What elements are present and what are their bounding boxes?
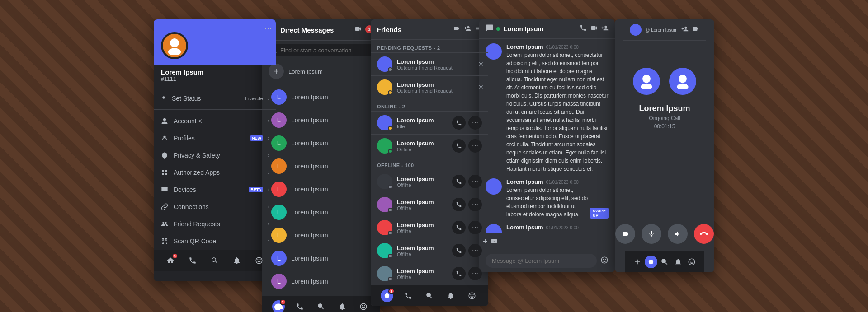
bell-bottom-icon[interactable]	[230, 254, 244, 267]
profiles-menu-item[interactable]: Profiles NEW ›	[154, 130, 276, 147]
add-friend-icon[interactable]	[464, 25, 471, 34]
list-item[interactable]: L Lorem Ipsum	[265, 86, 377, 108]
list-item[interactable]: Lorem Ipsum Online ⋯	[371, 134, 488, 157]
scan-qr-menu-item[interactable]: Scan QR Code ›	[154, 233, 276, 250]
camera-toggle-button[interactable]	[615, 224, 635, 244]
friend-actions: ⋯	[452, 198, 482, 211]
friend-avatar	[377, 79, 392, 95]
home-bottom-icon[interactable]: 3	[164, 254, 177, 267]
authorized-apps-menu-item[interactable]: Authorized Apps ›	[154, 164, 276, 181]
call-panel-add-icon[interactable]	[631, 255, 644, 269]
chat-input[interactable]	[486, 254, 597, 268]
list-item[interactable]: Lorem Ipsum Offline ⋯	[371, 216, 488, 239]
call-icon[interactable]	[580, 24, 587, 33]
list-item[interactable]: L Lorem Ipsum	[265, 178, 377, 200]
dm-phone-icon[interactable]	[293, 300, 307, 312]
mic-toggle-button[interactable]	[642, 224, 661, 244]
more-friend-options-button[interactable]: ⋯	[468, 198, 482, 211]
more-friend-options-button[interactable]: ⋯	[468, 267, 482, 280]
video-call-icon[interactable]	[453, 25, 460, 34]
end-call-button[interactable]	[694, 224, 714, 244]
dm-search-area	[262, 41, 380, 60]
call-friend-button[interactable]	[452, 221, 466, 234]
more-friend-options-button[interactable]: ⋯	[468, 244, 482, 257]
friends-title: Friends	[377, 26, 401, 33]
account-menu-item[interactable]: Account < ›	[154, 112, 276, 130]
speaker-toggle-button[interactable]	[668, 224, 688, 244]
svg-text:GIF: GIF	[492, 240, 495, 242]
list-item[interactable]: Lorem Ipsum Offline ⋯	[371, 239, 488, 262]
close-pending-icon[interactable]: ✕	[478, 61, 484, 68]
close-pending-icon[interactable]: ✕	[478, 84, 484, 91]
list-item[interactable]: Lorem Ipsum Outgoing Friend Request ✕	[371, 52, 488, 75]
search-box[interactable]	[268, 44, 374, 56]
call-panel-bell-icon[interactable]	[671, 255, 685, 269]
list-item[interactable]: L Lorem Ipsum	[265, 201, 377, 224]
friends-phone-icon[interactable]	[401, 289, 415, 303]
friend-avatar	[377, 174, 392, 189]
new-dm-button[interactable]: + Lorem Ipsum	[262, 60, 380, 83]
more-friend-options-button[interactable]: ⋯	[468, 116, 482, 130]
call-friend-button[interactable]	[452, 116, 466, 130]
list-item[interactable]: L Lorem Ipsum	[265, 132, 377, 154]
friends-search-icon[interactable]	[423, 289, 436, 303]
call-friend-button[interactable]	[452, 267, 466, 280]
list-item[interactable]: Lorem Ipsum Offline ⋯	[371, 262, 488, 285]
friends-notif-badge: 3	[388, 288, 395, 294]
gif-button[interactable]: GIF	[491, 237, 498, 247]
list-item[interactable]: Lorem Ipsum Offline ⋯	[371, 193, 488, 216]
friends-bell-icon[interactable]	[444, 289, 458, 303]
devices-beta-badge: BETA	[249, 187, 263, 192]
call-friend-button[interactable]	[452, 198, 466, 211]
more-friend-options-button[interactable]: ⋯	[468, 221, 482, 234]
user-avatar-wrapper	[161, 32, 188, 59]
phone-bottom-icon[interactable]	[186, 254, 199, 267]
friend-status-text: Offline	[397, 275, 448, 280]
call-panel-avatar	[630, 24, 642, 36]
call-friend-button[interactable]	[452, 139, 466, 153]
list-item[interactable]: L Lorem Ipsum	[265, 109, 377, 131]
friend-requests-menu-item[interactable]: Friend Requests ›	[154, 215, 276, 233]
call-panel-search-icon[interactable]	[658, 255, 671, 269]
video-icon[interactable]	[590, 24, 598, 33]
add-user-icon[interactable]	[601, 24, 609, 33]
dm-home-icon[interactable]: 3	[272, 300, 285, 312]
friends-emoji-icon[interactable]	[465, 289, 479, 303]
call-friend-button[interactable]	[452, 244, 466, 257]
friend-info: Lorem Ipsum Offline	[397, 176, 448, 188]
list-item[interactable]: L Lorem Ipsum	[265, 224, 377, 247]
list-item[interactable]: L Lorem Ipsum	[265, 155, 377, 177]
video-icon[interactable]	[354, 25, 362, 34]
friend-status-text: Online	[397, 147, 448, 152]
devices-menu-item[interactable]: Devices BETA ›	[154, 181, 276, 198]
status-chevron-icon: ›	[268, 95, 269, 102]
call-panel-discord-icon[interactable]	[644, 255, 658, 269]
set-status-item[interactable]: Set Status Invisible ›	[154, 90, 276, 107]
list-item[interactable]: L Lorem Ipsum	[265, 247, 377, 270]
list-item[interactable]: L Lorem Ipsum	[265, 270, 377, 293]
search-input[interactable]	[280, 47, 371, 54]
privacy-safety-menu-item[interactable]: Privacy & Safety ›	[154, 147, 276, 164]
friends-home-icon[interactable]: 3	[380, 289, 394, 303]
list-item[interactable]: Lorem Ipsum Offline ⋯	[371, 170, 488, 193]
search-bottom-icon[interactable]	[208, 254, 222, 267]
message-time: 01/01/2023 0:00	[546, 45, 579, 50]
friend-name: Lorem Ipsum	[397, 222, 448, 228]
dm-emoji-icon[interactable]	[357, 300, 370, 312]
friend-info: Lorem Ipsum Offline	[397, 222, 448, 234]
list-item[interactable]: Lorem Ipsum Idle ⋯	[371, 111, 488, 134]
message-text: Lorem ipsum dolor sit amet, consectetur …	[506, 186, 590, 219]
more-friend-options-button[interactable]: ⋯	[468, 175, 482, 188]
call-video-icon[interactable]	[692, 25, 699, 34]
emoji-button[interactable]	[600, 256, 609, 266]
call-friend-button[interactable]	[452, 175, 466, 188]
call-panel-emoji-icon[interactable]	[685, 255, 698, 269]
dm-search-icon[interactable]	[314, 300, 328, 312]
list-item[interactable]: Lorem Ipsum Outgoing Friend Request ✕	[371, 75, 488, 98]
dm-bell-icon[interactable]	[335, 300, 349, 312]
avatar	[161, 32, 188, 59]
more-friend-options-button[interactable]: ⋯	[468, 139, 482, 153]
more-options-button[interactable]: ⋯	[264, 23, 272, 33]
connections-menu-item[interactable]: Connections ›	[154, 198, 276, 215]
call-add-person-icon[interactable]	[681, 25, 689, 34]
